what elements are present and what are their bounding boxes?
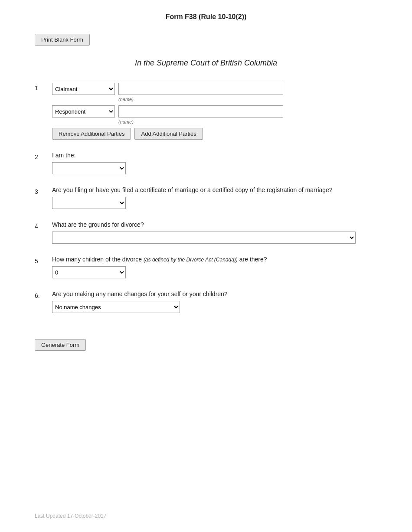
section-2-label: I am the: [52, 152, 377, 159]
section-3: 3 Are you filing or have you filed a cer… [35, 186, 377, 209]
section-1: 1 Claimant (name) Respondent (name) Remo… [35, 83, 377, 140]
section-4: 4 What are the grounds for divorce? Sepa… [35, 221, 377, 244]
children-count-select[interactable]: 0 1 2 3 4 5 [52, 266, 126, 278]
claimant-name-input[interactable] [118, 83, 283, 95]
party-buttons-row: Remove Additional Parties Add Additional… [52, 128, 377, 140]
section-2: 2 I am the: Claimant Respondent [35, 152, 377, 174]
grounds-for-divorce-select[interactable]: Separation Adultery Cruelty [52, 232, 356, 244]
section-2-number: 2 [35, 152, 52, 160]
respondent-select[interactable]: Respondent [52, 105, 115, 117]
section-5-label-end: are there? [238, 256, 267, 263]
i-am-the-select[interactable]: Claimant Respondent [52, 162, 126, 174]
section-3-label: Are you filing or have you filed a certi… [52, 186, 377, 193]
section-5-label: How many children of the divorce (as def… [52, 256, 377, 263]
section-6-label: Are you making any name changes for your… [52, 290, 377, 297]
section-1-content: Claimant (name) Respondent (name) Remove… [52, 83, 377, 140]
section-3-content: Are you filing or have you filed a certi… [52, 186, 377, 209]
section-5: 5 How many children of the divorce (as d… [35, 256, 377, 278]
section-4-number: 4 [35, 221, 52, 230]
page-title: Form F38 (Rule 10-10(2)) [35, 13, 377, 21]
generate-btn-row: Generate Form [35, 339, 377, 351]
generate-form-button[interactable]: Generate Form [35, 339, 86, 351]
section-4-content: What are the grounds for divorce? Separa… [52, 221, 377, 244]
print-blank-form-button[interactable]: Print Blank Form [35, 34, 90, 46]
remove-additional-parties-button[interactable]: Remove Additional Parties [52, 128, 131, 140]
court-title: In the Supreme Court of British Columbia [35, 59, 377, 68]
name-changes-select[interactable]: No name changes Name change for self Nam… [52, 301, 180, 313]
marriage-certificate-select[interactable]: Yes No [52, 197, 126, 209]
section-5-label-italic: (as defined by the Divorce Act (Canada)) [144, 257, 238, 263]
section-4-label: What are the grounds for divorce? [52, 221, 377, 228]
add-additional-parties-button[interactable]: Add Additional Parties [134, 128, 203, 140]
section-2-content: I am the: Claimant Respondent [52, 152, 377, 174]
respondent-row: Respondent [52, 105, 377, 117]
section-3-number: 3 [35, 186, 52, 195]
section-5-number: 5 [35, 256, 52, 264]
section-6: 6. Are you making any name changes for y… [35, 290, 377, 313]
section-5-content: How many children of the divorce (as def… [52, 256, 377, 278]
section-1-number: 1 [35, 83, 52, 91]
section-6-number: 6. [35, 290, 52, 299]
respondent-name-label: (name) [118, 119, 377, 124]
section-6-content: Are you making any name changes for your… [52, 290, 377, 313]
footer-text: Last Updated 17-October-2017 [35, 513, 106, 519]
claimant-row: Claimant [52, 83, 377, 95]
claimant-select[interactable]: Claimant [52, 83, 115, 95]
claimant-name-label: (name) [118, 97, 377, 102]
section-5-label-main: How many children of the divorce [52, 256, 144, 263]
respondent-name-input[interactable] [118, 105, 283, 117]
